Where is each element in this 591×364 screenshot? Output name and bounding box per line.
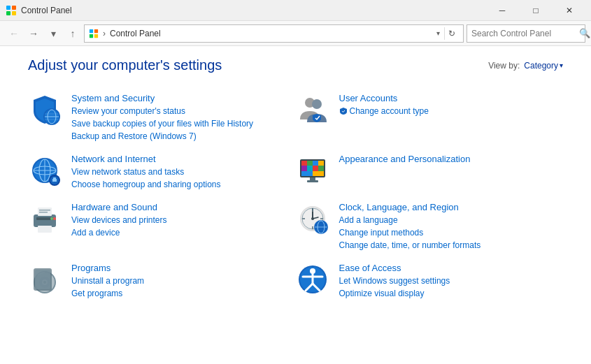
- category-hardware: Hardware and Sound View devices and prin…: [28, 196, 296, 257]
- system-security-title[interactable]: System and Security: [71, 93, 253, 103]
- address-field[interactable]: › Control Panel ▾ ↻: [84, 24, 464, 43]
- programs-icon: [28, 263, 62, 296]
- clock-link-2[interactable]: Change input methods: [339, 226, 481, 239]
- hardware-text: Hardware and Sound View devices and prin…: [71, 202, 167, 239]
- ease-of-access-link-2[interactable]: Optimize visual display: [339, 287, 450, 300]
- view-by-label: View by:: [488, 61, 520, 71]
- category-appearance: Appearance and Personalization: [296, 148, 564, 196]
- ease-of-access-text: Ease of Access Let Windows suggest setti…: [339, 263, 450, 300]
- page-title: Adjust your computer's settings: [28, 57, 222, 73]
- system-security-link-2[interactable]: Save backup copies of your files with Fi…: [71, 117, 253, 130]
- svg-rect-33: [307, 166, 313, 171]
- svg-rect-29: [307, 161, 313, 166]
- folder-icon: [89, 29, 99, 38]
- svg-rect-35: [318, 166, 324, 171]
- network-link-1[interactable]: View network status and tasks: [71, 166, 220, 178]
- shield-badge-icon: [339, 107, 348, 115]
- svg-point-15: [312, 99, 322, 109]
- svg-rect-37: [313, 171, 324, 176]
- svg-rect-3: [12, 11, 16, 15]
- svg-rect-67: [35, 270, 50, 289]
- svg-rect-32: [301, 166, 307, 171]
- programs-link-2[interactable]: Get programs: [71, 287, 144, 300]
- address-text: Control Panel: [110, 29, 161, 38]
- svg-rect-38: [310, 177, 315, 180]
- system-security-icon: [28, 93, 62, 126]
- svg-point-46: [50, 217, 53, 220]
- refresh-button[interactable]: ↻: [444, 27, 459, 40]
- clock-link-3[interactable]: Change date, time, or number formats: [339, 239, 481, 252]
- address-bar: ← → ▾ ↑ › Control Panel ▾ ↻ 🔍: [0, 21, 591, 46]
- svg-rect-30: [313, 161, 318, 166]
- network-text: Network and Internet View network status…: [71, 154, 220, 191]
- user-accounts-title[interactable]: User Accounts: [339, 93, 429, 103]
- view-by-arrow: ▾: [560, 61, 563, 69]
- system-security-link-1[interactable]: Review your computer's status: [71, 105, 253, 117]
- system-security-link-3[interactable]: Backup and Restore (Windows 7): [71, 130, 253, 143]
- svg-rect-36: [301, 171, 313, 176]
- appearance-title[interactable]: Appearance and Personalization: [339, 154, 471, 164]
- app-icon: [6, 5, 17, 16]
- categories-grid: System and Security Review your computer…: [28, 87, 563, 305]
- svg-rect-4: [90, 29, 93, 32]
- svg-point-47: [53, 217, 56, 220]
- svg-rect-28: [301, 161, 307, 166]
- clock-icon: [296, 202, 329, 235]
- category-clock: Clock, Language, and Region Add a langua…: [296, 196, 564, 257]
- svg-rect-1: [12, 6, 16, 10]
- category-network: Network and Internet View network status…: [28, 148, 296, 196]
- hardware-link-1[interactable]: View devices and printers: [71, 214, 167, 226]
- address-arrow[interactable]: ▾: [434, 28, 443, 38]
- appearance-text: Appearance and Personalization: [339, 154, 471, 166]
- clock-text: Clock, Language, and Region Add a langua…: [339, 202, 481, 252]
- svg-rect-40: [34, 214, 56, 227]
- minimize-button[interactable]: ─: [486, 0, 518, 21]
- svg-rect-39: [307, 180, 318, 182]
- svg-rect-0: [6, 6, 10, 10]
- user-accounts-text: User Accounts Change account type: [339, 93, 429, 117]
- svg-rect-5: [94, 29, 98, 32]
- hardware-title[interactable]: Hardware and Sound: [71, 202, 167, 212]
- user-accounts-link-1[interactable]: Change account type: [339, 105, 429, 117]
- search-input[interactable]: [471, 29, 576, 38]
- clock-link-1[interactable]: Add a language: [339, 214, 481, 226]
- title-bar-controls: ─ □ ✕: [486, 0, 585, 21]
- page-header: Adjust your computer's settings View by:…: [28, 57, 563, 73]
- category-system-security: System and Security Review your computer…: [28, 87, 296, 148]
- main-content: Adjust your computer's settings View by:…: [0, 46, 591, 364]
- up-button[interactable]: ↑: [64, 25, 81, 42]
- svg-rect-24: [52, 179, 57, 182]
- view-by-option: Category: [524, 61, 558, 71]
- svg-rect-6: [90, 34, 93, 37]
- hardware-icon: [28, 202, 62, 235]
- programs-link-1[interactable]: Uninstall a program: [71, 275, 144, 287]
- network-title[interactable]: Network and Internet: [71, 154, 220, 164]
- close-button[interactable]: ✕: [553, 0, 585, 21]
- view-by-link[interactable]: Category ▾: [524, 61, 563, 71]
- system-security-text: System and Security Review your computer…: [71, 93, 253, 143]
- search-box[interactable]: 🔍: [467, 24, 585, 43]
- network-link-2[interactable]: Choose homegroup and sharing options: [71, 178, 220, 191]
- svg-rect-2: [6, 11, 10, 15]
- clock-title[interactable]: Clock, Language, and Region: [339, 202, 481, 212]
- title-bar: Control Panel ─ □ ✕: [0, 0, 591, 21]
- category-programs: Programs Uninstall a program Get program…: [28, 257, 296, 305]
- svg-rect-44: [39, 212, 48, 213]
- maximize-button[interactable]: □: [520, 0, 552, 21]
- hardware-link-2[interactable]: Add a device: [71, 226, 167, 239]
- ease-of-access-title[interactable]: Ease of Access: [339, 263, 450, 273]
- ease-of-access-icon: [296, 263, 329, 296]
- category-ease-of-access: Ease of Access Let Windows suggest setti…: [296, 257, 564, 305]
- ease-of-access-link-1[interactable]: Let Windows suggest settings: [339, 275, 450, 287]
- programs-title[interactable]: Programs: [71, 263, 144, 273]
- svg-rect-34: [313, 166, 318, 171]
- dropdown-button[interactable]: ▾: [45, 25, 62, 42]
- network-icon: [28, 154, 62, 187]
- back-button[interactable]: ←: [6, 25, 22, 42]
- programs-text: Programs Uninstall a program Get program…: [71, 263, 144, 300]
- forward-button[interactable]: →: [25, 25, 42, 42]
- svg-rect-45: [38, 226, 52, 233]
- address-dropdown: ▾ ↻: [434, 27, 459, 40]
- svg-point-57: [311, 217, 314, 220]
- appearance-icon: [296, 154, 329, 187]
